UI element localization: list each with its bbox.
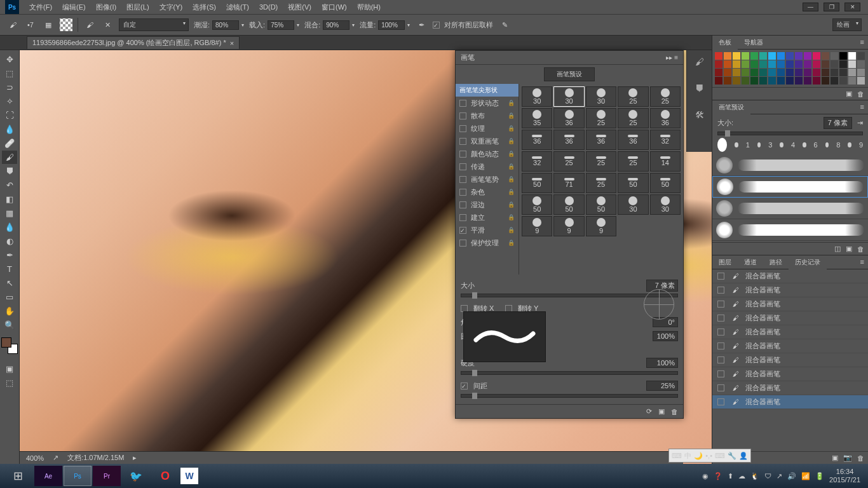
eraser-tool[interactable]: ◧	[2, 193, 17, 206]
doc-info[interactable]: 文档:1.07M/2.15M	[67, 453, 124, 463]
tray-volume-icon[interactable]: 🔊	[787, 472, 796, 480]
swatch[interactable]	[768, 60, 776, 68]
swatch[interactable]	[759, 52, 767, 60]
swatch[interactable]	[839, 77, 847, 85]
brush-option[interactable]: 形状动态🔒	[456, 97, 519, 109]
brush-tip[interactable]: 30	[553, 86, 584, 107]
swatches-tab[interactable]: 色板	[712, 36, 738, 50]
swatch[interactable]	[786, 60, 794, 68]
camera-icon[interactable]: 📷	[843, 454, 852, 462]
history-item[interactable]: 🖌混合器画笔	[712, 381, 868, 395]
marquee-tool[interactable]: ⬚	[2, 67, 17, 80]
swatch[interactable]	[750, 77, 758, 85]
swatch[interactable]	[839, 60, 847, 68]
dock-tools-icon[interactable]: 🛠	[692, 107, 707, 123]
brush-tip[interactable]: 32	[522, 151, 552, 172]
dock-clone-icon[interactable]: ⛊	[692, 81, 707, 96]
delete-preset-icon[interactable]: 🗑	[857, 245, 864, 253]
swatch[interactable]	[742, 77, 749, 85]
angle-widget[interactable]	[644, 289, 674, 320]
type-tool[interactable]: T	[2, 262, 17, 276]
brush-panel-toggle[interactable]: ▦	[42, 18, 55, 31]
preset-item[interactable]	[712, 219, 868, 241]
tray-icon[interactable]: ☁	[738, 472, 745, 480]
brush-tip[interactable]: 36	[650, 108, 681, 128]
swatch[interactable]	[813, 69, 820, 76]
preset-dot[interactable]	[735, 142, 738, 147]
brush-presets-tab[interactable]: 画笔预设	[712, 100, 750, 114]
dodge-tool[interactable]: ◐	[2, 234, 17, 248]
brush-tip[interactable]: 25	[586, 108, 616, 128]
gradient-tool[interactable]: ▦	[2, 207, 17, 220]
doc-info-arrow[interactable]: ▸	[133, 454, 137, 462]
new-swatch-icon[interactable]: ▣	[846, 90, 852, 98]
brush-tip[interactable]: 30	[522, 86, 552, 107]
stamp-tool[interactable]: ⛊	[2, 165, 17, 178]
preset-dot[interactable]	[825, 142, 829, 147]
brush-preset-picker[interactable]: •7	[24, 18, 37, 31]
brush-preset-tab[interactable]: 画笔预设	[544, 67, 595, 81]
load-input[interactable]: 75%	[268, 20, 294, 30]
brush-option[interactable]: 建立🔒	[456, 211, 519, 224]
view-icon[interactable]: ◫	[834, 245, 841, 253]
close-button[interactable]: ✕	[844, 3, 860, 11]
maximize-button[interactable]: ❐	[824, 3, 839, 11]
swatch[interactable]	[715, 77, 722, 85]
swatch[interactable]	[831, 77, 838, 85]
brush-option[interactable]: 散布🔒	[456, 109, 519, 122]
ime-user-icon[interactable]: 👤	[739, 452, 748, 460]
wand-tool[interactable]: ✧	[2, 95, 17, 108]
preset-size-value[interactable]: 7 像素	[824, 117, 852, 129]
brush-option[interactable]: 保护纹理🔒	[456, 236, 519, 249]
tray-icon[interactable]: ⬆	[728, 472, 733, 480]
taskbar-thunder[interactable]: 🐦	[122, 466, 150, 486]
new-preset-icon[interactable]: ▣	[658, 407, 665, 416]
brush-tip[interactable]: 9	[522, 216, 552, 236]
preset-item[interactable]	[712, 198, 868, 219]
pen-tool[interactable]: ✒	[2, 248, 17, 262]
brush-tip[interactable]: 25	[650, 86, 681, 107]
swatch[interactable]	[742, 69, 749, 76]
tool-preset-icon[interactable]: 🖌	[6, 18, 19, 31]
panel-menu-icon[interactable]: ≡	[857, 255, 868, 269]
brush-tip[interactable]: 50	[522, 194, 552, 215]
delete-swatch-icon[interactable]: 🗑	[857, 90, 864, 98]
pressure-icon[interactable]: ✎	[498, 18, 511, 31]
zoom-tool[interactable]: 🔍	[2, 318, 17, 332]
swatch[interactable]	[733, 77, 740, 85]
ime-keyboard-icon[interactable]: ⌨	[672, 452, 682, 460]
brush-tip[interactable]: 50	[618, 173, 648, 193]
close-tab-icon[interactable]: ×	[230, 39, 234, 47]
swatch[interactable]	[839, 69, 847, 76]
swatch[interactable]	[831, 60, 838, 68]
spacing-value[interactable]: 25%	[646, 381, 678, 391]
swatch[interactable]	[857, 69, 865, 76]
tray-clock[interactable]: 16:342015/7/21	[829, 468, 860, 484]
history-item[interactable]: 🖌混合器画笔	[712, 339, 868, 353]
swatch[interactable]	[724, 60, 731, 68]
swatch[interactable]	[742, 60, 749, 68]
tray-icon[interactable]: ↗	[776, 472, 782, 480]
panel-flyout-icon[interactable]: ▸▸ ≡	[666, 54, 678, 61]
taskbar-ps[interactable]: Ps	[64, 466, 92, 486]
brush-tip[interactable]: 25	[553, 151, 584, 172]
swatch[interactable]	[786, 52, 794, 60]
swatch[interactable]	[795, 60, 803, 68]
brush-tip[interactable]: 30	[586, 86, 616, 107]
workspace-dropdown[interactable]: 绘画	[832, 18, 862, 31]
swatch[interactable]	[813, 60, 820, 68]
menu-select[interactable]: 选择(S)	[187, 1, 221, 14]
eyedropper-tool[interactable]: 💧	[2, 123, 17, 136]
menu-window[interactable]: 窗口(W)	[316, 1, 352, 14]
taskbar-opera[interactable]: O	[151, 466, 179, 486]
delete-icon[interactable]: 🗑	[671, 408, 678, 416]
brush-tip-shape[interactable]: 画笔笔尖形状	[456, 84, 519, 97]
swatch[interactable]	[786, 69, 794, 76]
swatch[interactable]	[759, 77, 767, 85]
swatch[interactable]	[795, 69, 803, 76]
hardness-slider[interactable]	[461, 371, 678, 375]
swatch[interactable]	[768, 69, 776, 76]
swatch[interactable]	[831, 69, 838, 76]
swatch[interactable]	[768, 77, 776, 85]
menu-type[interactable]: 文字(Y)	[154, 1, 188, 14]
